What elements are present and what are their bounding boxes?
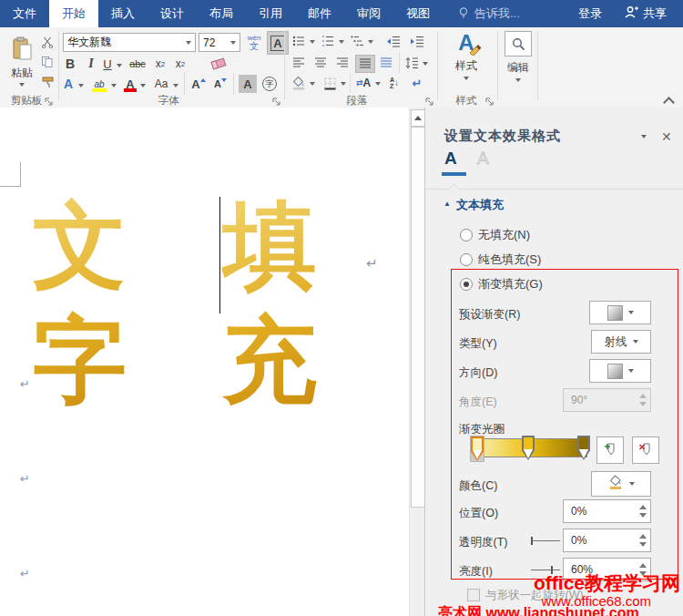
clear-formatting-button[interactable] (208, 55, 229, 73)
distribute-button[interactable] (377, 55, 395, 71)
phonetic-guide-button[interactable]: wén 文 (243, 31, 265, 54)
transparency-slider-handle[interactable] (531, 537, 533, 545)
close-icon[interactable]: ✕ (661, 129, 672, 144)
strikethrough-button[interactable]: abc (126, 55, 149, 73)
shrink-font-button[interactable]: A (211, 75, 229, 93)
position-spinner[interactable]: 0% (563, 499, 651, 523)
decrease-indent-button[interactable] (382, 33, 403, 49)
underline-button[interactable]: U (100, 55, 115, 73)
font-color-dropdown[interactable] (138, 80, 148, 91)
highlight-dropdown[interactable] (109, 80, 118, 91)
sort-button[interactable]: AZ ↓ (384, 75, 404, 91)
borders-button[interactable] (321, 75, 339, 91)
pane-menu-caret[interactable] (641, 135, 647, 139)
italic-button[interactable]: I (84, 55, 98, 73)
change-case-dropdown[interactable] (171, 80, 180, 91)
remove-gradient-stop-button[interactable] (632, 436, 659, 464)
tab-view[interactable]: 视图 (393, 0, 443, 27)
copy-button[interactable] (38, 55, 56, 69)
enclose-characters-button[interactable]: 字 (260, 75, 279, 93)
borders-dropdown[interactable] (339, 78, 347, 89)
multilevel-list-button[interactable] (348, 33, 366, 49)
clipboard-dialog-launcher[interactable] (44, 95, 56, 107)
preset-gradients-button[interactable] (589, 301, 651, 324)
radio-no-fill-label[interactable]: 无填充(N) (478, 227, 530, 243)
document-page[interactable]: 文字 填充 ↵ ↵ ↵ ↵ (0, 108, 409, 616)
styles-button[interactable]: A 样式 (446, 31, 486, 78)
radio-gradient-fill[interactable] (460, 278, 473, 291)
bold-button[interactable]: B (62, 55, 78, 73)
tab-home[interactable]: 开始 (49, 0, 98, 27)
radio-solid-fill[interactable] (460, 253, 473, 266)
styles-dialog-launcher[interactable] (484, 95, 496, 107)
collapse-ribbon-chevron[interactable] (663, 97, 675, 108)
increase-indent-button[interactable] (406, 33, 426, 49)
transparency-spinner[interactable]: 0% (563, 529, 651, 552)
tab-references[interactable]: 引用 (246, 0, 295, 27)
sign-in-button[interactable]: 登录 (569, 5, 611, 22)
numbering-dropdown[interactable] (337, 36, 345, 47)
character-border-button[interactable]: A (267, 31, 289, 55)
shading-dropdown[interactable] (308, 78, 316, 89)
tab-text-effects[interactable]: A (477, 149, 489, 169)
scrollbar-thumb[interactable] (411, 127, 425, 508)
bullets-dropdown[interactable] (308, 36, 316, 47)
tab-layout[interactable]: 布局 (197, 0, 246, 27)
section-collapse-triangle[interactable]: ▲ (443, 200, 451, 208)
text-run[interactable]: 文字 (33, 188, 219, 416)
type-dropdown[interactable]: 射线 (591, 330, 651, 354)
spinner-arrows[interactable] (639, 505, 647, 518)
text-effects-dropdown[interactable] (76, 80, 86, 91)
gradient-stop-3[interactable] (577, 436, 590, 460)
tell-me-box[interactable]: 告诉我... (457, 0, 520, 27)
format-painter-button[interactable] (38, 75, 56, 89)
radio-no-fill[interactable] (460, 229, 473, 241)
text-run[interactable]: 填充 (222, 188, 409, 416)
radio-solid-fill-label[interactable]: 纯色填充(S) (478, 252, 541, 268)
tab-insert[interactable]: 插入 (98, 0, 148, 27)
radio-gradient-fill-label[interactable]: 渐变填充(G) (478, 276, 543, 293)
paste-button[interactable]: 粘贴 (5, 31, 38, 91)
rotate-with-shape-checkbox[interactable] (467, 589, 480, 601)
color-button[interactable] (591, 471, 651, 497)
align-left-button[interactable] (290, 55, 308, 71)
highlight-color-button[interactable]: ab (89, 75, 109, 93)
asian-layout-dropdown[interactable] (373, 78, 382, 89)
gradient-stop-1[interactable] (470, 436, 484, 462)
tab-file[interactable]: 文件 (0, 0, 49, 27)
line-spacing-dropdown[interactable] (421, 58, 429, 69)
tab-design[interactable]: 设计 (148, 0, 197, 27)
editing-button[interactable]: 编辑 (503, 31, 534, 82)
direction-button[interactable] (589, 359, 651, 383)
line-spacing-button[interactable] (403, 55, 421, 71)
paragraph-dialog-launcher[interactable] (424, 95, 436, 107)
superscript-button[interactable]: x2 (171, 55, 189, 73)
grow-font-button[interactable]: A (189, 75, 208, 93)
font-size-combo[interactable]: 72 (199, 33, 240, 52)
align-right-button[interactable] (333, 55, 352, 71)
multilevel-dropdown[interactable] (366, 36, 374, 47)
share-button[interactable]: 共享 (617, 5, 674, 22)
justify-button[interactable] (355, 55, 375, 73)
cut-button[interactable] (38, 35, 56, 49)
tab-text-fill-outline[interactable]: A (444, 149, 457, 169)
font-color-button[interactable]: A (122, 75, 138, 93)
font-dialog-launcher[interactable] (271, 95, 283, 107)
tab-mailings[interactable]: 邮件 (295, 0, 344, 27)
underline-dropdown[interactable] (115, 60, 124, 71)
text-effects-button[interactable]: A (60, 75, 76, 93)
bullets-button[interactable] (290, 33, 308, 49)
add-gradient-stop-button[interactable] (596, 436, 624, 464)
transparency-slider[interactable] (531, 540, 560, 541)
show-hide-marks-button[interactable]: ↵ (408, 75, 426, 91)
scroll-up-button[interactable] (411, 109, 425, 127)
asian-layout-button[interactable]: ⇄A (353, 75, 373, 91)
character-shading-button[interactable]: A (239, 75, 257, 93)
numbering-button[interactable] (319, 33, 337, 49)
change-case-button[interactable]: Aa (151, 75, 171, 93)
font-family-combo[interactable]: 华文新魏 (63, 33, 196, 52)
tab-review[interactable]: 审阅 (344, 0, 393, 27)
gradient-stop-2[interactable] (522, 436, 535, 460)
align-center-button[interactable] (311, 55, 330, 71)
spinner-arrows[interactable] (639, 534, 647, 547)
